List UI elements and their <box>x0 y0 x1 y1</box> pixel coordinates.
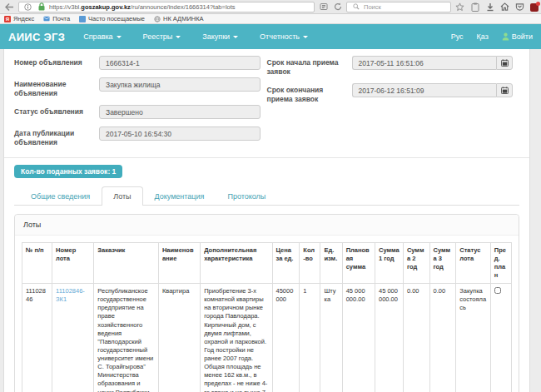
url-text: https://v3bl.goszakup.gov.kz/ru/announce… <box>49 3 236 11</box>
lot-number-link[interactable]: 11102846-ЗК1 <box>56 287 85 303</box>
cell-customer: Республиканское государственное предприя… <box>94 284 159 392</box>
chevron-down-icon <box>303 36 308 38</box>
bookmark-item-frequent[interactable]: Часто посещаемые <box>79 15 145 22</box>
col-header-unit-price: Цена за ед. <box>272 242 300 284</box>
app-header: АИИС ЭГЗ Справка Реестры Закупки Отчетно… <box>0 24 541 49</box>
site-info-icon[interactable] <box>22 2 33 12</box>
app-brand[interactable]: АИИС ЭГЗ <box>8 31 65 43</box>
field-label-announce-name: Наименование объявления <box>14 77 99 97</box>
cell-planned-sum: 45 000 000.00 <box>342 284 375 392</box>
lots-panel-title: Лоты <box>15 215 519 236</box>
start-date-input[interactable]: 2017-05-11 16:51:06 <box>352 56 497 70</box>
col-header-planned-sum: Плановая сумма <box>342 242 375 284</box>
search-input[interactable]: Поиск <box>346 2 451 12</box>
cell-num: 11102846 <box>22 284 52 392</box>
col-header-name: Наименование <box>158 242 200 284</box>
col-header-pred-plan: Пред. план <box>490 242 511 284</box>
end-date-calendar-button[interactable] <box>496 83 513 97</box>
lang-kaz-link[interactable]: Қаз <box>477 32 489 41</box>
frequent-icon <box>79 16 86 22</box>
envelope-icon <box>43 16 50 22</box>
cell-quantity: 1 <box>300 284 320 392</box>
reload-button[interactable] <box>332 2 343 12</box>
chevron-down-icon <box>117 36 122 38</box>
cell-sum-year1: 45 000 000.00 <box>375 284 404 392</box>
lock-icon[interactable] <box>36 2 47 12</box>
announce-number-input[interactable]: 1666314-1 <box>99 56 261 70</box>
col-header-lot-number: Номер лота <box>52 242 94 284</box>
tab-bar: Общие сведения Лоты Документация Протоко… <box>14 186 519 206</box>
announce-status-input[interactable]: Завершено <box>99 105 261 119</box>
nav-item-otchetnost[interactable]: Отчетность <box>260 32 308 41</box>
calendar-icon <box>501 59 509 67</box>
col-header-sum-year2: Сумма 2 год <box>403 242 429 284</box>
clipboard-icon[interactable] <box>469 2 480 12</box>
lang-rus-link[interactable]: Рус <box>451 32 464 41</box>
publish-date-input[interactable]: 2017-05-10 16:54:30 <box>99 127 261 141</box>
cell-sum-year3: 0.00 <box>429 284 456 392</box>
download-icon[interactable] <box>484 2 495 12</box>
table-row: 11102846 11102846-ЗК1 Республиканское го… <box>22 284 512 392</box>
field-label-announce-status: Статус объявления <box>14 105 99 119</box>
login-button[interactable]: Войти <box>502 32 533 41</box>
nav-item-zakupki[interactable]: Закупки <box>202 32 238 41</box>
page-background: Номер объявления 1666314-1 Наименование … <box>0 49 541 392</box>
pred-plan-checkbox[interactable] <box>494 287 501 294</box>
calendar-icon <box>501 87 509 94</box>
bookmark-item-mail[interactable]: Почта <box>43 15 70 22</box>
cell-unit-price: 45000000 <box>272 284 300 392</box>
browser-toolbar: https://v3bl.goszakup.gov.kz/ru/announce… <box>0 0 541 14</box>
table-header-row: № п/п Номер лота Заказчик Наименование Д… <box>22 242 512 284</box>
reader-mode-icon[interactable] <box>318 2 329 12</box>
tab-documentation[interactable]: Документация <box>143 186 216 206</box>
cell-unit: Штука <box>320 284 342 392</box>
star-icon[interactable] <box>454 2 465 12</box>
nav-item-spravka[interactable]: Справка <box>83 32 121 41</box>
end-date-input[interactable]: 2017-06-12 16:51:09 <box>352 83 497 97</box>
lots-table: № п/п Номер лота Заказчик Наименование Д… <box>22 242 512 392</box>
pocket-icon[interactable] <box>514 2 525 12</box>
home-icon[interactable] <box>499 2 510 12</box>
search-icon <box>350 2 361 12</box>
col-header-num: № п/п <box>22 242 52 284</box>
announce-name-input[interactable]: Закупка жилища <box>99 77 261 92</box>
field-label-announce-number: Номер объявления <box>14 56 99 70</box>
tab-general[interactable]: Общие сведения <box>19 186 102 206</box>
col-header-unit: Ед. изм. <box>320 242 342 284</box>
adblock-icon[interactable] <box>529 2 540 12</box>
globe-icon <box>154 16 161 22</box>
user-icon <box>502 32 509 41</box>
chevron-down-icon <box>176 36 181 38</box>
applications-count-badge: Кол-во поданных заявок: 1 <box>14 165 122 178</box>
col-header-description: Дополнительная характеристика <box>201 242 272 284</box>
cell-lot-status: Закупка состоялась <box>456 284 491 392</box>
cell-name: Квартира <box>158 284 200 392</box>
lots-panel: Лоты № п/п Номер лота Заказчик Наименова… <box>14 214 519 392</box>
field-label-start-date: Срок начала приема заявок <box>267 56 352 76</box>
bookmarks-bar: Я Яндекс Почта Часто посещаемые НК АДМИН… <box>0 14 541 24</box>
announce-form: Номер объявления 1666314-1 Наименование … <box>14 56 519 155</box>
back-button[interactable] <box>3 2 15 12</box>
cell-lot-number: 11102846-ЗК1 <box>52 284 94 392</box>
col-header-quantity: Кол-во <box>300 242 320 284</box>
cell-sum-year2: 0.00 <box>403 284 429 392</box>
cell-pred-plan <box>490 284 511 392</box>
col-header-customer: Заказчик <box>94 242 159 284</box>
content-panel: Номер объявления 1666314-1 Наименование … <box>3 49 530 392</box>
tab-protocols[interactable]: Протоколы <box>216 186 277 206</box>
chevron-down-icon <box>233 36 238 38</box>
url-field[interactable]: https://v3bl.goszakup.gov.kz/ru/announce… <box>18 2 315 12</box>
col-header-sum-year3: Сумма 3 год <box>429 242 456 284</box>
field-label-publish-date: Дата публикации объявления <box>14 127 99 146</box>
col-header-lot-status: Статус лота <box>456 242 491 284</box>
search-placeholder: Поиск <box>364 3 381 11</box>
field-label-end-date: Срок окончания приема заявок <box>267 83 352 103</box>
divider <box>4 157 529 158</box>
tab-lots[interactable]: Лоты <box>102 186 142 206</box>
bookmark-item-yandex[interactable]: Я Яндекс <box>4 15 34 22</box>
cell-description: Приобретение 3-х комнатной квартиры на в… <box>201 284 272 392</box>
nav-item-reestry[interactable]: Реестры <box>143 32 181 41</box>
bookmark-item-admin[interactable]: НК АДМИНКА <box>154 15 204 22</box>
start-date-calendar-button[interactable] <box>496 56 513 70</box>
col-header-sum-year1: Сумма 1 год <box>375 242 404 284</box>
